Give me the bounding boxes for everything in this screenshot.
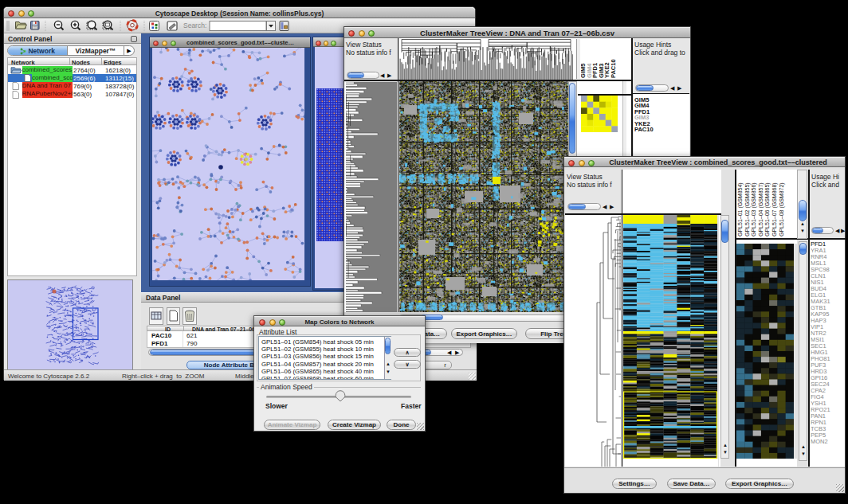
- svg-text:Search:: Search:: [183, 21, 206, 29]
